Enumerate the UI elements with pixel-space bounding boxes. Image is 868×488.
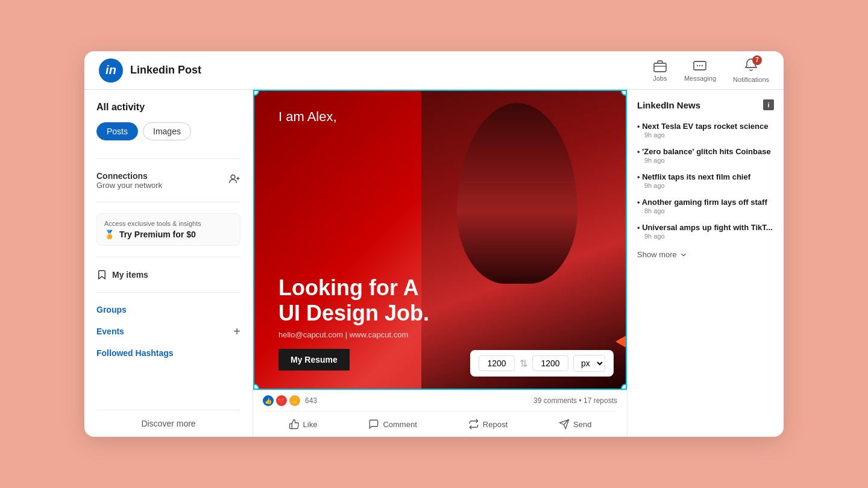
news-time-0: 9h ago [637,131,774,139]
post-area: I am Alex, Looking for A UI Design Job. … [253,90,627,437]
filter-buttons: Posts Images [96,122,241,140]
svg-point-6 [231,175,235,179]
news-time-3: 8h ago [637,207,774,214]
events-link[interactable]: Events [96,321,124,342]
app-title: Linkedin Post [130,64,201,77]
news-list: Next Tesla EV taps rocket science 9h ago… [637,117,774,244]
news-title-0[interactable]: Next Tesla EV taps rocket science [637,122,774,131]
add-connection-icon[interactable] [228,173,241,188]
like-reaction: 👍 [263,395,274,406]
groups-link[interactable]: Groups [96,299,241,321]
chevron-down-icon [679,251,688,259]
news-item-3: Another gaming firm lays off staff 8h ag… [637,193,774,219]
svg-point-4 [699,64,700,66]
followed-hashtags-link[interactable]: Followed Hashtags [96,342,241,364]
connections-row[interactable]: Connections Grow your network [96,165,241,196]
resume-button[interactable]: My Resume [278,349,350,371]
posts-filter-btn[interactable]: Posts [96,122,138,140]
bookmark-icon [96,269,107,280]
divider-2 [96,202,241,202]
notification-badge: 7 [752,55,762,65]
repost-icon [468,419,479,430]
events-add-icon[interactable]: + [233,325,241,339]
jobs-label: Jobs [653,75,667,82]
news-title-3[interactable]: Another gaming firm lays off staff [637,198,774,207]
right-sidebar: LinkedIn News i Next Tesla EV taps rocke… [627,90,784,437]
resize-handle-br[interactable] [621,384,627,390]
svg-point-5 [702,64,703,66]
linkedin-news-title: LinkedIn News [637,100,700,110]
post-top-text: I am Alex, [278,109,602,125]
divider-3 [96,257,241,257]
connections-label: Connections [96,171,162,181]
news-title-4[interactable]: Universal amps up fight with TikT... [637,223,774,232]
post-engagement-stats: 39 comments • 17 reposts [533,396,617,405]
main-content: All activity Posts Images Connections Gr… [84,90,784,437]
clap-reaction: 👏 [289,395,300,406]
news-title-2[interactable]: Netflix taps its next film chief [637,172,774,181]
post-actions: Like Comment [263,411,617,437]
like-icon [289,419,300,430]
my-items-row[interactable]: My items [96,263,241,286]
left-sidebar: All activity Posts Images Connections Gr… [84,90,253,437]
news-info-icon[interactable]: i [763,99,774,110]
size-input-overlay: ⇅ px [470,350,614,377]
premium-tagline: Access exclusive tools & insights [104,220,233,227]
news-time-2: 9h ago [637,182,774,189]
notifications-nav-item[interactable]: 7 Notifications [733,58,769,83]
main-window: in Linkedin Post Jobs Mess [84,51,784,437]
show-more-btn[interactable]: Show more [637,250,774,259]
post-headline: Looking for A UI Design Job. [278,275,602,325]
news-title-1[interactable]: 'Zero balance' glitch hits Coinbase [637,147,774,156]
post-image-wrapper[interactable]: I am Alex, Looking for A UI Design Job. … [253,90,627,390]
post-image-bg: I am Alex, Looking for A UI Design Job. … [254,91,626,389]
messaging-icon [693,59,707,74]
linkedin-logo: in [99,58,123,83]
images-filter-btn[interactable]: Images [143,122,191,140]
unit-select[interactable]: px [573,355,605,372]
all-activity-title: All activity [96,102,241,113]
send-button[interactable]: Send [552,415,599,433]
nav-icons: Jobs Messaging 7 [653,58,769,83]
post-footer: 👍 ❤️ 👏 643 39 comments • 17 reposts [253,390,627,437]
news-time-1: 9h ago [637,157,774,164]
svg-point-3 [697,64,698,66]
top-nav: in Linkedin Post Jobs Mess [84,51,784,90]
like-button[interactable]: Like [281,415,325,433]
width-input[interactable] [479,355,515,371]
news-item-1: 'Zero balance' glitch hits Coinbase 9h a… [637,143,774,168]
post-email: hello@capcut.com | www.capcut.com [278,330,602,339]
divider-1 [96,158,241,159]
svg-rect-0 [654,63,666,72]
reactions-count: 643 [305,396,317,405]
jobs-nav-item[interactable]: Jobs [653,59,667,82]
messaging-nav-item[interactable]: Messaging [684,59,716,82]
news-time-4: 9h ago [637,233,774,240]
reaction-summary: 👍 ❤️ 👏 643 [263,395,317,406]
connections-info: Connections Grow your network [96,171,162,190]
size-divider-icon: ⇅ [520,358,527,369]
my-items-label: My items [112,270,148,280]
comment-button[interactable]: Comment [361,415,424,433]
news-item-4: Universal amps up fight with TikT... 9h … [637,219,774,244]
send-icon [559,419,570,430]
divider-4 [96,292,241,293]
height-input[interactable] [532,355,568,371]
premium-box[interactable]: Access exclusive tools & insights 🏅 Try … [96,213,241,246]
premium-icon: 🏅 [104,230,115,239]
heart-reaction: ❤️ [276,395,287,406]
post-stats: 👍 ❤️ 👏 643 39 comments • 17 reposts [263,390,617,411]
repost-button[interactable]: Repost [461,415,515,433]
linkedin-news-header: LinkedIn News i [637,99,774,110]
jobs-icon [653,59,667,74]
notifications-label: Notifications [733,76,769,83]
comment-icon [368,419,379,430]
connections-sublabel: Grow your network [96,181,162,190]
discover-more-btn[interactable]: Discover more [96,410,241,437]
premium-cta: 🏅 Try Premium for $0 [104,230,233,239]
news-item-0: Next Tesla EV taps rocket science 9h ago [637,117,774,143]
messaging-label: Messaging [684,75,716,82]
news-item-2: Netflix taps its next film chief 9h ago [637,168,774,193]
